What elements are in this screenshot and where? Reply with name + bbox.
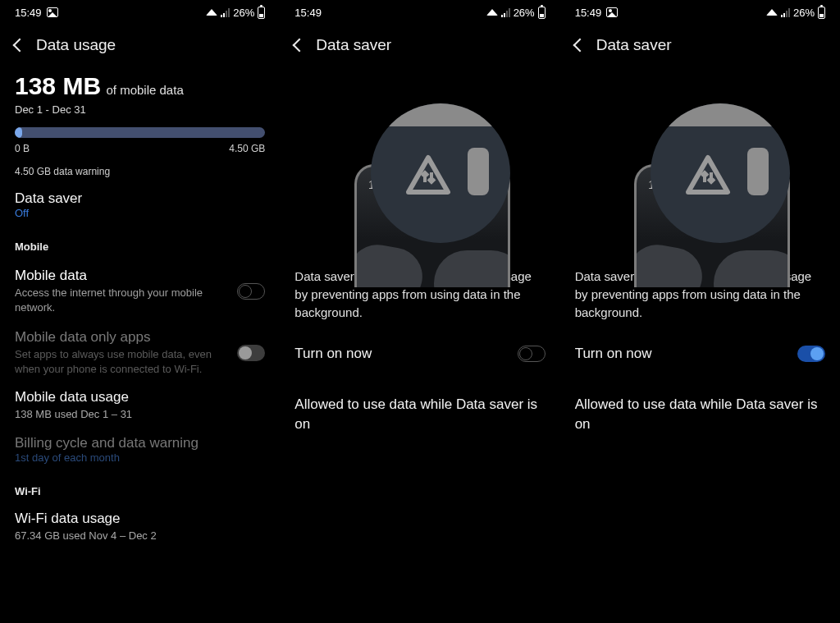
turn-on-toggle[interactable] xyxy=(518,346,546,362)
progress-max: 4.50 GB xyxy=(229,143,265,154)
battery-icon xyxy=(258,7,265,19)
battery-graphic xyxy=(747,148,769,195)
battery-pct: 26% xyxy=(233,7,254,19)
mobile-data-toggle[interactable] xyxy=(237,283,265,300)
turn-on-label: Turn on now xyxy=(294,346,372,362)
back-icon[interactable] xyxy=(13,39,27,53)
data-saver-status: Off xyxy=(15,207,265,219)
battery-graphic xyxy=(468,148,489,195)
picture-icon xyxy=(47,7,58,17)
back-icon[interactable] xyxy=(293,39,307,53)
status-bar: 15:49 26% xyxy=(15,0,265,25)
signal-icon xyxy=(221,8,230,17)
row-allowed-apps[interactable]: Allowed to use data while Data saver is … xyxy=(294,395,545,434)
header: Data usage xyxy=(15,28,265,72)
mobile-data-sub: Access the internet through your mobile … xyxy=(15,286,227,314)
wifi-icon xyxy=(206,9,217,16)
back-icon[interactable] xyxy=(573,39,587,53)
picture-icon xyxy=(606,7,618,17)
mobile-only-title: Mobile data only apps xyxy=(15,329,227,346)
page-title: Data saver xyxy=(596,36,672,54)
turn-on-label: Turn on now xyxy=(575,346,652,362)
data-saver-circle xyxy=(371,103,510,243)
section-mobile: Mobile xyxy=(15,240,265,253)
data-saver-icon xyxy=(685,154,731,195)
row-data-saver[interactable]: Data saver Off xyxy=(15,177,265,219)
status-time: 15:49 xyxy=(15,7,42,19)
battery-pct: 26% xyxy=(514,7,535,19)
row-allowed-apps[interactable]: Allowed to use data while Data saver is … xyxy=(575,395,825,434)
battery-icon xyxy=(818,7,825,19)
data-saver-icon xyxy=(405,154,451,195)
progress-min: 0 B xyxy=(15,143,30,154)
turn-on-toggle[interactable] xyxy=(797,346,825,362)
billing-title: Billing cycle and data warning xyxy=(15,435,265,451)
page-title: Data saver xyxy=(316,36,391,54)
data-saver-circle xyxy=(651,103,790,243)
screen-data-saver-off: 15:49 26% Data saver 12:45 xyxy=(280,0,559,623)
data-warning-label: 4.50 GB data warning xyxy=(15,166,265,177)
row-mobile-only-apps: Mobile data only apps Set apps to always… xyxy=(15,314,265,376)
mobile-usage-sub: 138 MB used Dec 1 – 31 xyxy=(15,407,265,422)
row-billing-cycle[interactable]: Billing cycle and data warning 1st day o… xyxy=(15,422,265,464)
wifi-usage-sub: 67.34 GB used Nov 4 – Dec 2 xyxy=(15,529,265,543)
wifi-icon xyxy=(766,9,778,16)
progress-bar xyxy=(15,127,265,138)
status-time: 15:49 xyxy=(294,7,322,19)
data-saver-title: Data saver xyxy=(15,190,265,207)
data-saver-illustration: 12:45 xyxy=(330,80,510,245)
row-wifi-usage[interactable]: Wi-Fi data usage 67.34 GB used Nov 4 – D… xyxy=(15,497,265,543)
row-mobile-data[interactable]: Mobile data Access the internet through … xyxy=(15,253,265,314)
row-mobile-usage[interactable]: Mobile data usage 138 MB used Dec 1 – 31 xyxy=(15,376,265,422)
signal-icon xyxy=(781,8,790,17)
screen-data-usage: 15:49 26% Data usage 138 MB of mobile da… xyxy=(0,0,280,623)
battery-pct: 26% xyxy=(793,7,815,19)
mobile-usage-title: Mobile data usage xyxy=(15,389,265,405)
wifi-icon xyxy=(486,9,498,16)
billing-sub: 1st day of each month xyxy=(15,451,265,464)
screen-data-saver-on: 15:49 26% Data saver 12:45 xyxy=(560,0,840,623)
mobile-data-title: Mobile data xyxy=(15,268,227,284)
battery-icon xyxy=(538,7,546,19)
wifi-usage-title: Wi-Fi data usage xyxy=(15,511,265,527)
status-bar: 15:49 26% xyxy=(294,0,545,25)
section-wifi: Wi-Fi xyxy=(15,485,265,497)
status-bar: 15:49 26% xyxy=(575,0,825,25)
status-time: 15:49 xyxy=(575,7,602,19)
row-turn-on-now[interactable]: Turn on now xyxy=(575,346,825,362)
usage-summary: 138 MB of mobile data Dec 1 - Dec 31 xyxy=(15,72,265,116)
header: Data saver xyxy=(575,28,825,72)
data-saver-illustration: 12:45 xyxy=(609,80,790,245)
row-turn-on-now[interactable]: Turn on now xyxy=(294,346,545,362)
page-title: Data usage xyxy=(36,36,116,54)
usage-amount: 138 MB xyxy=(15,72,101,99)
usage-period: Dec 1 - Dec 31 xyxy=(15,103,265,116)
mobile-only-toggle xyxy=(237,345,265,361)
usage-progress[interactable]: 0 B 4.50 GB 4.50 GB data warning xyxy=(15,127,265,177)
signal-icon xyxy=(501,8,510,17)
mobile-only-sub: Set apps to always use mobile data, even… xyxy=(15,347,227,376)
usage-of-label: of mobile data xyxy=(107,83,184,97)
header: Data saver xyxy=(294,28,545,72)
